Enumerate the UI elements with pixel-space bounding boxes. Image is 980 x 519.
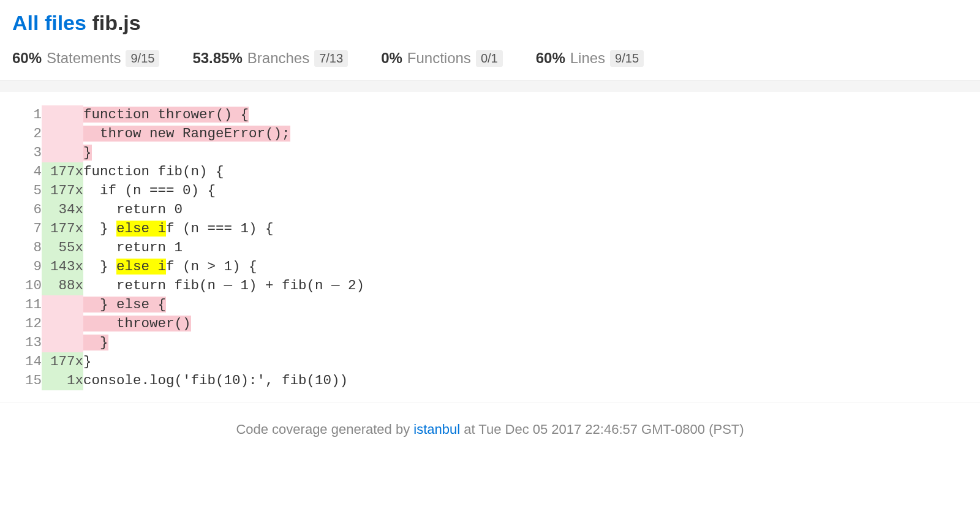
metric-pct: 60% bbox=[12, 50, 42, 67]
metric-lines: 60% Lines 9/15 bbox=[536, 50, 644, 67]
line-source: thrower() bbox=[83, 314, 364, 333]
line-source: throw new RangeError(); bbox=[83, 124, 364, 143]
source-line: 1088x return fib(n — 1) + fib(n — 2) bbox=[12, 276, 364, 295]
highlight-yellow: else i bbox=[116, 221, 166, 237]
line-hits: 1x bbox=[42, 371, 83, 390]
highlight-pink: thrower() bbox=[83, 316, 191, 331]
line-number: 8 bbox=[12, 238, 42, 257]
source-line: 11 } else { bbox=[12, 295, 364, 314]
source-line: 7177x } else if (n === 1) { bbox=[12, 219, 364, 238]
line-source: } else if (n > 1) { bbox=[83, 257, 364, 276]
code-text: return 0 bbox=[83, 202, 183, 218]
code-text: console.log('fib(10):', fib(10)) bbox=[83, 373, 348, 388]
source-panel: 1function thrower() {2 throw new RangeEr… bbox=[0, 92, 980, 403]
line-hits bbox=[42, 314, 83, 333]
highlight-pink: function thrower() { bbox=[83, 107, 249, 123]
metric-pct: 0% bbox=[381, 50, 402, 67]
footer-timestamp: Tue Dec 05 2017 22:46:57 GMT-0800 (PST) bbox=[478, 422, 744, 437]
code-text: function fib(n) { bbox=[83, 164, 224, 180]
code-text: return fib(n — 1) + fib(n — 2) bbox=[83, 278, 364, 294]
line-hits bbox=[42, 124, 83, 143]
breadcrumb: All files fib.js bbox=[12, 11, 968, 35]
source-line: 855x return 1 bbox=[12, 238, 364, 257]
metric-fraction: 9/15 bbox=[126, 50, 159, 67]
line-source: if (n === 0) { bbox=[83, 181, 364, 200]
source-table: 1function thrower() {2 throw new RangeEr… bbox=[12, 105, 364, 390]
code-text: } bbox=[83, 259, 116, 275]
highlight-pink: } bbox=[83, 335, 108, 350]
metric-branches: 53.85% Branches 7/13 bbox=[192, 50, 348, 67]
highlight-yellow: else i bbox=[116, 259, 166, 275]
metric-label: Branches bbox=[247, 50, 309, 67]
line-number: 13 bbox=[12, 333, 42, 352]
metric-fraction: 9/15 bbox=[610, 50, 644, 67]
line-source: return fib(n — 1) + fib(n — 2) bbox=[83, 276, 364, 295]
breadcrumb-file: fib.js bbox=[92, 11, 140, 34]
line-source: console.log('fib(10):', fib(10)) bbox=[83, 371, 364, 390]
line-hits: 177x bbox=[42, 352, 83, 371]
line-number: 4 bbox=[12, 162, 42, 181]
source-line: 3} bbox=[12, 143, 364, 162]
line-hits: 177x bbox=[42, 181, 83, 200]
metric-label: Lines bbox=[570, 50, 605, 67]
line-hits: 88x bbox=[42, 276, 83, 295]
source-line: 4177xfunction fib(n) { bbox=[12, 162, 364, 181]
line-source: return 1 bbox=[83, 238, 364, 257]
line-source: } else if (n === 1) { bbox=[83, 219, 364, 238]
line-source: } bbox=[83, 143, 364, 162]
source-line: 151xconsole.log('fib(10):', fib(10)) bbox=[12, 371, 364, 390]
source-line: 14177x} bbox=[12, 352, 364, 371]
footer-tool-link[interactable]: istanbul bbox=[413, 422, 460, 437]
metric-pct: 60% bbox=[536, 50, 565, 67]
section-divider bbox=[0, 80, 980, 92]
line-number: 15 bbox=[12, 371, 42, 390]
line-source: function fib(n) { bbox=[83, 162, 364, 181]
line-hits: 34x bbox=[42, 200, 83, 219]
line-hits: 177x bbox=[42, 162, 83, 181]
code-text: f (n > 1) { bbox=[166, 259, 257, 275]
source-line: 13 } bbox=[12, 333, 364, 352]
breadcrumb-root-link[interactable]: All files bbox=[12, 11, 86, 34]
highlight-pink: } bbox=[83, 145, 92, 161]
line-source: } bbox=[83, 333, 364, 352]
metric-label: Statements bbox=[47, 50, 121, 67]
line-number: 1 bbox=[12, 105, 42, 124]
metric-fraction: 0/1 bbox=[476, 50, 503, 67]
highlight-pink: } else { bbox=[83, 297, 166, 313]
code-text: if (n === 0) { bbox=[83, 183, 216, 199]
metric-statements: 60% Statements 9/15 bbox=[12, 50, 159, 67]
source-line: 12 thrower() bbox=[12, 314, 364, 333]
metric-fraction: 7/13 bbox=[314, 50, 348, 67]
line-number: 6 bbox=[12, 200, 42, 219]
code-text: f (n === 1) { bbox=[166, 221, 274, 237]
metric-label: Functions bbox=[407, 50, 471, 67]
line-hits bbox=[42, 333, 83, 352]
line-number: 9 bbox=[12, 257, 42, 276]
footer-at: at bbox=[460, 422, 478, 437]
source-line: 2 throw new RangeError(); bbox=[12, 124, 364, 143]
line-number: 2 bbox=[12, 124, 42, 143]
metric-pct: 53.85% bbox=[192, 50, 242, 67]
source-line: 634x return 0 bbox=[12, 200, 364, 219]
source-line: 1function thrower() { bbox=[12, 105, 364, 124]
line-hits: 143x bbox=[42, 257, 83, 276]
source-line: 9143x } else if (n > 1) { bbox=[12, 257, 364, 276]
line-hits bbox=[42, 105, 83, 124]
footer-prefix: Code coverage generated by bbox=[236, 422, 413, 437]
line-hits: 177x bbox=[42, 219, 83, 238]
code-text: } bbox=[83, 221, 116, 237]
metric-functions: 0% Functions 0/1 bbox=[381, 50, 503, 67]
line-hits bbox=[42, 143, 83, 162]
line-hits: 55x bbox=[42, 238, 83, 257]
line-number: 11 bbox=[12, 295, 42, 314]
line-number: 10 bbox=[12, 276, 42, 295]
footer: Code coverage generated by istanbul at T… bbox=[0, 403, 980, 452]
line-number: 7 bbox=[12, 219, 42, 238]
line-number: 3 bbox=[12, 143, 42, 162]
line-source: function thrower() { bbox=[83, 105, 364, 124]
report-header: All files fib.js 60% Statements 9/15 53.… bbox=[0, 0, 980, 67]
coverage-summary-row: 60% Statements 9/15 53.85% Branches 7/13… bbox=[12, 50, 968, 67]
line-hits bbox=[42, 295, 83, 314]
code-text: } bbox=[83, 354, 92, 369]
source-line: 5177x if (n === 0) { bbox=[12, 181, 364, 200]
